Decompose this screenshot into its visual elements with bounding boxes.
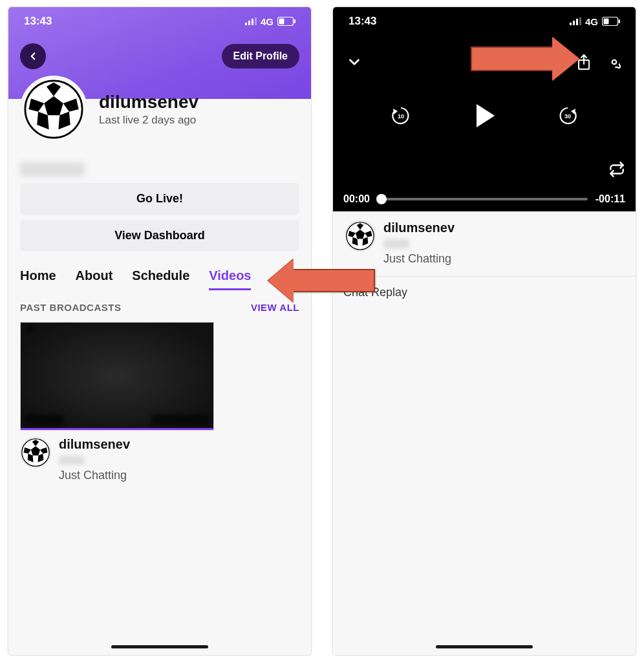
- chevron-down-icon: [346, 54, 363, 70]
- svg-rect-22: [573, 21, 575, 25]
- gear-icon: [606, 54, 623, 70]
- tab-about[interactable]: About: [76, 268, 113, 290]
- status-time: 13:43: [349, 15, 376, 28]
- phone-right: 13:43 4G: [332, 6, 636, 656]
- svg-rect-24: [579, 17, 581, 25]
- section-header: PAST BROADCASTS VIEW ALL: [8, 290, 311, 319]
- time-current: 00:00: [343, 193, 370, 205]
- video-category: Just Chatting: [59, 469, 130, 482]
- loop-button[interactable]: [608, 161, 625, 180]
- soccer-ball-icon: [21, 438, 50, 467]
- seek-handle[interactable]: [376, 194, 387, 204]
- signal-icon: [570, 17, 581, 25]
- battery-icon: [602, 17, 620, 26]
- svg-rect-26: [619, 19, 621, 23]
- profile-tabs: Home About Schedule Videos: [8, 257, 311, 290]
- svg-rect-23: [576, 19, 578, 25]
- video-title: dilumsenev: [59, 437, 130, 452]
- settings-button[interactable]: [606, 54, 623, 73]
- svg-marker-33: [477, 104, 495, 127]
- video-meta: dilumsenev Just Chatting: [333, 211, 636, 272]
- video-player: 13:43 4G: [333, 7, 636, 211]
- forward-30-icon: 30: [557, 105, 579, 127]
- soccer-ball-icon: [24, 80, 83, 139]
- video-subtitle-blurred: [383, 239, 409, 248]
- status-indicators: 4G: [570, 16, 620, 27]
- svg-rect-5: [294, 19, 296, 23]
- svg-rect-3: [255, 17, 257, 25]
- seek-bar[interactable]: [378, 198, 588, 200]
- last-live-label: Last live 2 days ago: [99, 114, 199, 127]
- chat-replay-label: Chat Replay: [333, 276, 636, 308]
- video-meta: dilumsenev Just Chatting: [8, 431, 311, 489]
- collapse-button[interactable]: [346, 54, 363, 73]
- chevron-left-icon: [27, 50, 39, 62]
- tab-videos[interactable]: Videos: [209, 268, 251, 290]
- loop-icon: [608, 161, 625, 178]
- tab-home[interactable]: Home: [20, 268, 56, 290]
- view-dashboard-button[interactable]: View Dashboard: [20, 220, 299, 251]
- go-live-button[interactable]: Go Live!: [20, 183, 299, 215]
- view-all-link[interactable]: VIEW ALL: [251, 302, 299, 313]
- video-avatar[interactable]: [20, 437, 51, 468]
- svg-point-30: [612, 60, 617, 65]
- back-button[interactable]: [20, 43, 46, 69]
- time-remaining: -00:11: [596, 193, 625, 205]
- status-time: 13:43: [24, 15, 52, 28]
- video-avatar[interactable]: [345, 220, 376, 251]
- status-indicators: 4G: [245, 16, 295, 27]
- svg-text:10: 10: [398, 113, 404, 120]
- soccer-ball-icon: [346, 222, 374, 250]
- past-broadcasts-label: PAST BROADCASTS: [20, 302, 121, 313]
- svg-rect-0: [245, 23, 247, 25]
- svg-rect-21: [570, 23, 572, 25]
- network-label: 4G: [585, 16, 598, 27]
- edit-profile-button[interactable]: Edit Profile: [222, 44, 299, 69]
- video-subtitle-blurred: [59, 456, 85, 465]
- phone-left: 13:43 4G Edit Profile: [8, 6, 312, 656]
- seek-bar-row: 00:00 -00:11: [333, 193, 636, 205]
- play-icon: [470, 101, 499, 130]
- home-indicator[interactable]: [111, 645, 208, 648]
- battery-icon: [277, 17, 295, 26]
- home-indicator[interactable]: [436, 645, 533, 648]
- tab-schedule[interactable]: Schedule: [132, 268, 189, 290]
- svg-marker-31: [393, 109, 398, 114]
- svg-rect-1: [248, 21, 250, 25]
- network-label: 4G: [261, 16, 274, 27]
- forward-30-button[interactable]: 30: [557, 105, 579, 129]
- play-button[interactable]: [470, 101, 499, 133]
- video-thumbnail[interactable]: [20, 322, 214, 431]
- status-bar: 13:43 4G: [333, 7, 636, 36]
- svg-rect-6: [279, 19, 284, 25]
- svg-rect-27: [604, 19, 609, 25]
- signal-icon: [245, 17, 257, 25]
- profile-text: dilumsenev Last live 2 days ago: [99, 92, 199, 127]
- video-category: Just Chatting: [383, 252, 455, 266]
- svg-marker-34: [571, 109, 575, 114]
- status-bar: 13:43 4G: [8, 7, 311, 36]
- annotation-arrow-right: [471, 47, 555, 71]
- annotation-arrow-left: [291, 269, 375, 292]
- profile-block: dilumsenev Last live 2 days ago: [8, 76, 311, 143]
- svg-text:30: 30: [564, 113, 571, 120]
- avatar[interactable]: [20, 76, 87, 143]
- username: dilumsenev: [99, 92, 199, 112]
- svg-rect-2: [252, 19, 253, 25]
- rewind-10-icon: 10: [390, 105, 412, 127]
- rewind-10-button[interactable]: 10: [390, 105, 412, 129]
- player-controls: 10 30: [333, 101, 636, 133]
- header-row: Edit Profile: [8, 36, 311, 69]
- followers-blurred: [20, 162, 85, 176]
- video-title: dilumsenev: [383, 220, 455, 235]
